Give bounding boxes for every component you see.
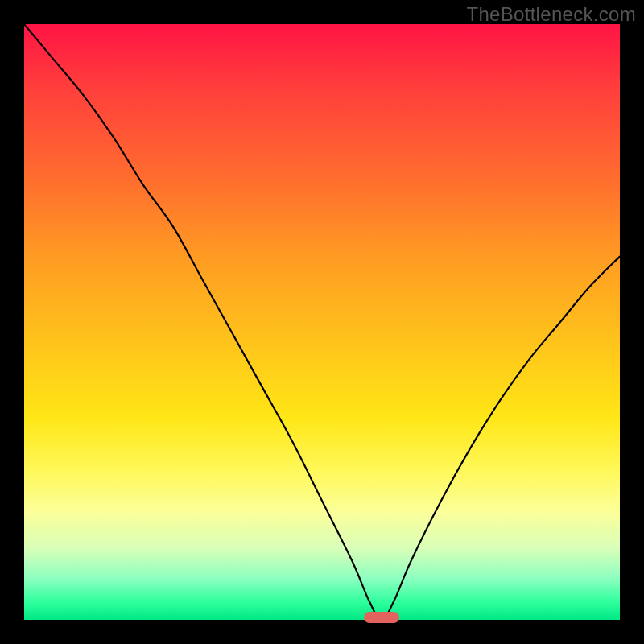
watermark-text: TheBottleneck.com xyxy=(466,3,636,26)
chart-container: TheBottleneck.com xyxy=(0,0,644,644)
optimal-marker xyxy=(364,612,399,623)
bottleneck-curve xyxy=(24,24,620,620)
plot-area xyxy=(24,24,620,620)
curve-path xyxy=(24,24,620,620)
